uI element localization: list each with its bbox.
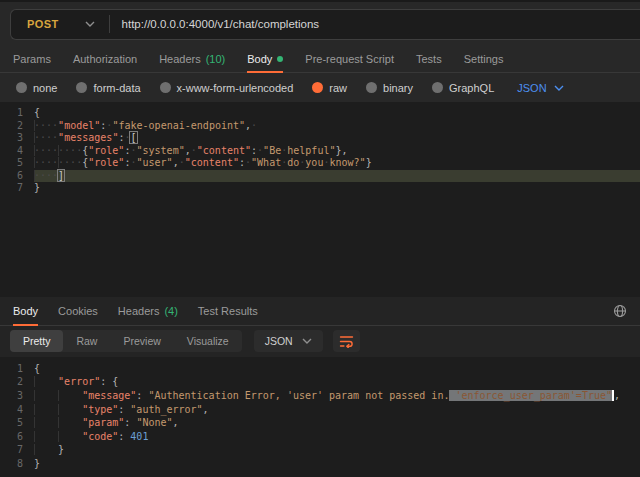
tab-label: Params	[13, 53, 51, 65]
response-tab-body[interactable]: Body	[13, 297, 38, 325]
line-number: 5	[0, 416, 34, 430]
code-text: "param": "None",	[34, 416, 640, 430]
code-line: 8}	[0, 457, 640, 471]
tab-label: Authorization	[73, 53, 137, 65]
globe-icon[interactable]	[613, 304, 627, 318]
body-modified-dot-icon	[277, 56, 283, 62]
view-label: Preview	[123, 335, 160, 347]
response-view-switch: Pretty Raw Preview Visualize	[10, 330, 242, 352]
mode-label: GraphQL	[449, 82, 494, 94]
chevron-down-icon	[85, 21, 95, 27]
code-text: ····"messages":·[	[34, 132, 640, 145]
line-number: 3	[0, 132, 34, 145]
wrap-lines-button[interactable]	[333, 330, 360, 352]
line-number: 4	[0, 403, 34, 417]
line-number: 7	[0, 182, 34, 195]
mode-label: none	[33, 82, 57, 94]
view-label: Raw	[76, 335, 97, 347]
code-line: 7}	[0, 182, 640, 195]
line-number: 4	[0, 145, 34, 158]
line-number: 3	[0, 389, 34, 403]
body-mode-graphql[interactable]: GraphQL	[432, 82, 494, 94]
line-number: 7	[0, 443, 34, 457]
response-tab-cookies[interactable]: Cookies	[58, 297, 98, 325]
code-line: 4 "type": "auth_error",	[0, 403, 640, 417]
body-mode-none[interactable]: none	[16, 82, 57, 94]
radio-icon	[432, 82, 443, 93]
tab-label: Body	[13, 305, 38, 317]
response-tab-headers[interactable]: Headers(4)	[118, 297, 178, 325]
url-row: POST http://0.0.0.0:4000/v1/chat/complet…	[0, 2, 640, 46]
body-mode-row: none form-data x-www-form-urlencoded raw…	[0, 73, 640, 102]
mode-label: raw	[329, 82, 347, 94]
response-tab-test-results[interactable]: Test Results	[198, 297, 258, 325]
mode-label: form-data	[93, 82, 140, 94]
code-line: 3····"messages":·[	[0, 132, 640, 145]
response-language-select[interactable]: JSON	[254, 330, 323, 352]
code-line: 7 }	[0, 443, 640, 457]
radio-icon	[366, 82, 377, 93]
code-text: {	[34, 362, 640, 376]
tab-label: Headers	[118, 305, 160, 317]
tab-pre-request-script[interactable]: Pre-request Script	[305, 46, 394, 72]
code-text: "error": {	[34, 375, 640, 389]
request-panel: POST http://0.0.0.0:4000/v1/chat/complet…	[0, 0, 640, 102]
url-input[interactable]: http://0.0.0.0:4000/v1/chat/completions	[110, 18, 640, 30]
body-mode-form-data[interactable]: form-data	[76, 82, 140, 94]
code-line: 5 "param": "None",	[0, 416, 640, 430]
radio-icon	[160, 82, 171, 93]
code-line: 3 "message": "Authentication Error, 'use…	[0, 389, 640, 403]
code-text: "message": "Authentication Error, 'user'…	[34, 389, 640, 403]
tab-label: Test Results	[198, 305, 258, 317]
line-number: 8	[0, 457, 34, 471]
code-text: ········{"role":·"user",·"content":·"Wha…	[34, 157, 640, 170]
tab-body[interactable]: Body	[247, 46, 283, 72]
code-line: 6 "code": 401	[0, 430, 640, 444]
view-pretty-button[interactable]: Pretty	[10, 330, 63, 352]
tab-label: Settings	[464, 53, 504, 65]
radio-icon	[16, 82, 27, 93]
view-visualize-button[interactable]: Visualize	[174, 330, 242, 352]
tab-label: Body	[247, 53, 272, 65]
wrap-lines-icon	[339, 334, 354, 348]
tab-label: Cookies	[58, 305, 98, 317]
tab-label: Tests	[416, 53, 442, 65]
method-select[interactable]: POST	[11, 18, 109, 30]
line-number: 2	[0, 120, 34, 133]
request-tabs: Params Authorization Headers(10) Body Pr…	[0, 46, 640, 73]
body-mode-binary[interactable]: binary	[366, 82, 413, 94]
code-line: 6····]	[0, 170, 640, 183]
response-body-editor[interactable]: 1{2 "error": {3 "message": "Authenticati…	[0, 357, 640, 477]
headers-count-badge: (10)	[206, 53, 226, 65]
headers-count-badge: (4)	[164, 305, 177, 317]
tab-settings[interactable]: Settings	[464, 46, 504, 72]
code-text: }	[34, 182, 640, 195]
view-preview-button[interactable]: Preview	[110, 330, 173, 352]
code-text: ········{"role":·"system",·"content":·"B…	[34, 145, 640, 158]
radio-selected-icon	[312, 82, 323, 93]
view-label: Pretty	[23, 335, 50, 347]
chevron-down-icon	[302, 338, 312, 344]
mode-label: binary	[383, 82, 413, 94]
body-mode-raw[interactable]: raw	[312, 82, 347, 94]
tab-tests[interactable]: Tests	[416, 46, 442, 72]
tab-headers[interactable]: Headers(10)	[159, 46, 225, 72]
code-text: ····"model":·"fake-openai-endpoint",·	[34, 120, 640, 133]
code-line: 4········{"role":·"system",·"content":·"…	[0, 145, 640, 158]
method-label: POST	[27, 18, 59, 30]
chevron-down-icon	[554, 85, 564, 91]
response-toolbar: Pretty Raw Preview Visualize JSON	[0, 326, 640, 357]
line-number: 6	[0, 170, 34, 183]
code-text: {	[34, 107, 640, 120]
body-mode-x-www-form-urlencoded[interactable]: x-www-form-urlencoded	[160, 82, 294, 94]
tab-params[interactable]: Params	[13, 46, 51, 72]
request-body-editor[interactable]: 1{2····"model":·"fake-openai-endpoint",·…	[0, 102, 640, 297]
language-label: JSON	[517, 82, 546, 94]
request-language-select[interactable]: JSON	[517, 82, 563, 94]
line-number: 5	[0, 157, 34, 170]
url-bar: POST http://0.0.0.0:4000/v1/chat/complet…	[10, 9, 640, 40]
mode-label: x-www-form-urlencoded	[177, 82, 294, 94]
line-number: 1	[0, 107, 34, 120]
view-raw-button[interactable]: Raw	[63, 330, 110, 352]
tab-authorization[interactable]: Authorization	[73, 46, 137, 72]
